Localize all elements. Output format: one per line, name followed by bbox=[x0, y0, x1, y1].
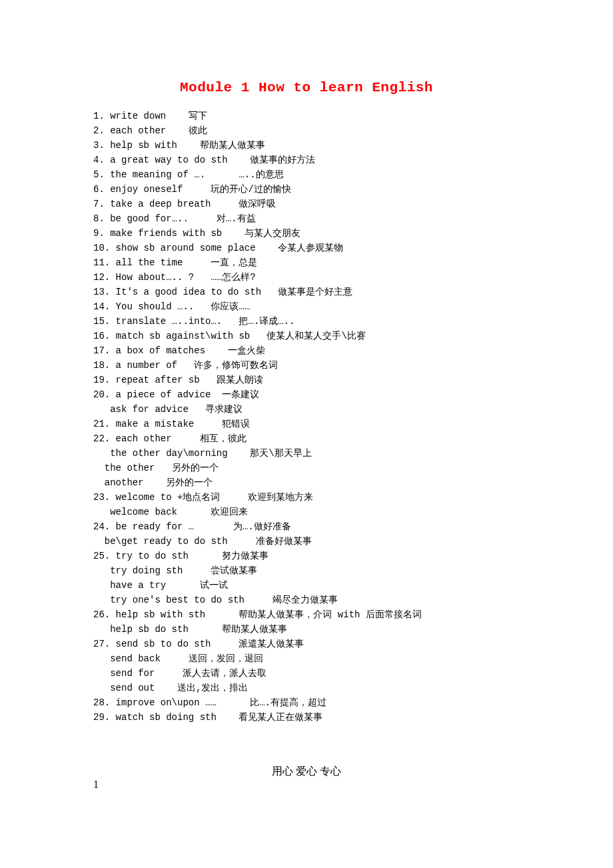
content-line: 8. be good for….. 对….有益 bbox=[93, 211, 520, 226]
content-line: try one's best to do sth 竭尽全力做某事 bbox=[93, 593, 520, 607]
content-line: 23. welcome to +地点名词 欢迎到某地方来 bbox=[93, 490, 520, 505]
content-line: welcome back 欢迎回来 bbox=[93, 505, 520, 519]
module-title: Module 1 How to learn English bbox=[93, 80, 520, 95]
content-line: 5. the meaning of …. …..的意思 bbox=[93, 167, 520, 182]
footer-text: 用心 爱心 专心 bbox=[93, 765, 520, 779]
content-line: 12. How about….. ? ……怎么样? bbox=[93, 270, 520, 285]
content-line: try doing sth 尝试做某事 bbox=[93, 563, 520, 578]
content-line: 25. try to do sth 努力做某事 bbox=[93, 549, 520, 563]
content-line: 13. It's a good idea to do sth 做某事是个好主意 bbox=[93, 285, 520, 299]
content-line: 14. You should ….. 你应该…… bbox=[93, 299, 520, 314]
content-line: be\get ready to do sth 准备好做某事 bbox=[93, 534, 520, 549]
content-line: 26. help sb with sth 帮助某人做某事，介词 with 后面常… bbox=[93, 607, 520, 622]
content-line: 2. each other 彼此 bbox=[93, 123, 520, 138]
content-line: 7. take a deep breath 做深呼吸 bbox=[93, 197, 520, 211]
content-line: 15. translate …..into…. 把….译成….. bbox=[93, 314, 520, 329]
content-line: 3. help sb with 帮助某人做某事 bbox=[93, 138, 520, 153]
content-line: 10. show sb around some place 令某人参观某物 bbox=[93, 241, 520, 255]
content-line: 22. each other 相互，彼此 bbox=[93, 431, 520, 446]
content-line: 16. match sb against\with sb 使某人和某人交手\比赛 bbox=[93, 329, 520, 343]
content-line: 6. enjoy oneself 玩的开心/过的愉快 bbox=[93, 182, 520, 197]
content-line: 9. make friends with sb 与某人交朋友 bbox=[93, 226, 520, 241]
content-line: the other day\morning 那天\那天早上 bbox=[93, 446, 520, 461]
content-line: ask for advice 寻求建议 bbox=[93, 402, 520, 417]
content-line: 24. be ready for … 为….做好准备 bbox=[93, 519, 520, 534]
content-line: the other 另外的一个 bbox=[93, 461, 520, 475]
content-line: 11. all the time 一直，总是 bbox=[93, 255, 520, 270]
content-line: another 另外的一个 bbox=[93, 475, 520, 490]
content-line: 1. write down 写下 bbox=[93, 109, 520, 123]
footer: 用心 爱心 专心 1 bbox=[93, 765, 520, 791]
content-line: have a try 试一试 bbox=[93, 578, 520, 593]
content-list: 1. write down 写下2. each other 彼此3. help … bbox=[93, 109, 520, 725]
content-line: help sb do sth 帮助某人做某事 bbox=[93, 622, 520, 637]
content-line: 21. make a mistake 犯错误 bbox=[93, 417, 520, 431]
content-line: 19. repeat after sb 跟某人朗读 bbox=[93, 373, 520, 387]
content-line: 29. watch sb doing sth 看见某人正在做某事 bbox=[93, 710, 520, 725]
content-line: send for 派人去请，派人去取 bbox=[93, 666, 520, 681]
content-line: 4. a great way to do sth 做某事的好方法 bbox=[93, 153, 520, 167]
content-line: 18. a number of 许多，修饰可数名词 bbox=[93, 358, 520, 373]
content-line: 17. a box of matches 一盒火柴 bbox=[93, 343, 520, 358]
page-number: 1 bbox=[93, 779, 99, 790]
content-line: send out 送出,发出，排出 bbox=[93, 681, 520, 695]
document-page: Module 1 How to learn English 1. write d… bbox=[0, 0, 613, 817]
content-line: send back 送回，发回，退回 bbox=[93, 651, 520, 666]
content-line: 28. improve on\upon …… 比….有提高，超过 bbox=[93, 695, 520, 710]
content-line: 20. a piece of advice 一条建议 bbox=[93, 387, 520, 402]
content-line: 27. send sb to do sth 派遣某人做某事 bbox=[93, 637, 520, 651]
